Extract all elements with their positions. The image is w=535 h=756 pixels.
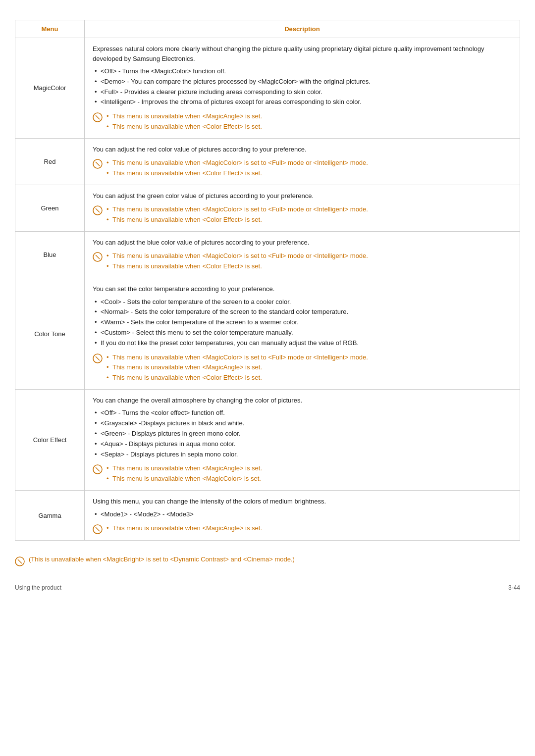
note-item: This menu is unavailable when <MagicAngl…: [106, 362, 368, 373]
note-item: This menu is unavailable when <Color Eff…: [106, 122, 262, 132]
menu-cell-magiccolor: MagicColor: [15, 38, 85, 139]
note-block: This menu is unavailable when <MagicAngl…: [93, 111, 512, 132]
note-item: This menu is unavailable when <MagicAngl…: [106, 523, 262, 534]
list-item: <Mode1> - <Mode2> - <Mode3>: [93, 509, 512, 520]
list-item: <Full> - Provides a clearer picture incl…: [93, 87, 512, 98]
menu-cell-gamma: Gamma: [15, 491, 85, 541]
note-block: This menu is unavailable when <MagicColo…: [93, 204, 512, 225]
desc-cell-blue: You can adjust the blue color value of p…: [85, 231, 520, 278]
note-icon: [93, 353, 103, 363]
svg-line-5: [96, 208, 100, 212]
note-block: This menu is unavailable when <MagicAngl…: [93, 463, 512, 484]
table-row: MagicColorExpresses natural colors more …: [15, 38, 520, 139]
desc-cell-magiccolor: Expresses natural colors more clearly wi…: [85, 38, 520, 139]
list-item: <Custom> - Select this menu to set the c…: [93, 328, 512, 338]
note-item: This menu is unavailable when <MagicColo…: [106, 353, 368, 363]
bullet-list: <Mode1> - <Mode2> - <Mode3>: [93, 509, 512, 520]
page-wrapper: Menu Description MagicColorExpresses nat…: [15, 20, 520, 591]
note-icon: [93, 112, 103, 122]
note-list: This menu is unavailable when <MagicColo…: [106, 251, 368, 272]
list-item: <Warm> - Sets the color temperature of t…: [93, 317, 512, 328]
note-item: This menu is unavailable when <Color Eff…: [106, 215, 368, 225]
note-icon: [93, 205, 103, 215]
list-item: <Sepia> - Displays pictures in sepia mon…: [93, 450, 512, 460]
note-list: This menu is unavailable when <MagicColo…: [106, 158, 368, 179]
desc-cell-gamma: Using this menu, you can change the inte…: [85, 491, 520, 541]
note-block: This menu is unavailable when <MagicColo…: [93, 158, 512, 179]
note-item: This menu is unavailable when <MagicColo…: [106, 251, 368, 261]
note-item: This menu is unavailable when <Color Eff…: [106, 261, 368, 272]
list-item: <Cool> - Sets the color temperature of t…: [93, 297, 512, 307]
note-icon: [93, 252, 103, 262]
note-icon: [93, 464, 103, 474]
desc-intro: You can adjust the blue color value of p…: [93, 238, 512, 248]
list-item: <Aqua> - Displays pictures in aqua mono …: [93, 439, 512, 450]
page-label: Using the product: [15, 584, 61, 591]
list-item: <Demo> - You can compare the pictures pr…: [93, 77, 512, 87]
desc-intro: Using this menu, you can change the inte…: [93, 497, 512, 506]
desc-cell-color-tone: You can set the color temperature accord…: [85, 278, 520, 390]
note-item: This menu is unavailable when <MagicColo…: [106, 474, 262, 484]
menu-cell-color-effect: Color Effect: [15, 389, 85, 490]
desc-intro: Expresses natural colors more clearly wi…: [93, 44, 512, 63]
note-item: This menu is unavailable when <MagicColo…: [106, 158, 368, 168]
note-block: This menu is unavailable when <MagicColo…: [93, 251, 512, 272]
note-icon: [93, 524, 103, 534]
desc-intro: You can set the color temperature accord…: [93, 284, 512, 294]
footer-note-icon: [15, 556, 25, 566]
table-row: GammaUsing this menu, you can change the…: [15, 491, 520, 541]
bullet-list: <Cool> - Sets the color temperature of t…: [93, 297, 512, 349]
note-item: This menu is unavailable when <MagicAngl…: [106, 463, 262, 474]
table-row: Color ToneYou can set the color temperat…: [15, 278, 520, 390]
svg-line-11: [96, 467, 100, 471]
note-block: This menu is unavailable when <MagicColo…: [93, 353, 512, 383]
desc-intro: You can change the overall atmosphere by…: [93, 396, 512, 405]
note-list: This menu is unavailable when <MagicAngl…: [106, 111, 262, 132]
svg-line-3: [96, 162, 100, 166]
note-icon: [93, 159, 103, 169]
note-list: This menu is unavailable when <MagicColo…: [106, 204, 368, 225]
col-menu-header: Menu: [15, 20, 85, 38]
desc-intro: You can adjust the green color value of …: [93, 191, 512, 201]
note-item: This menu is unavailable when <MagicColo…: [106, 204, 368, 215]
list-item: <Green> - Displays pictures in green mon…: [93, 429, 512, 439]
bullet-list: <Off> - Turns the <MagicColor> function …: [93, 66, 512, 107]
footer-note-block: (This is unavailable when <MagicBright> …: [15, 555, 520, 566]
bullet-list: <Off> - Turns the <color effect> functio…: [93, 408, 512, 459]
menu-cell-green: Green: [15, 185, 85, 231]
svg-line-13: [96, 527, 100, 531]
note-item: This menu is unavailable when <MagicAngl…: [106, 111, 262, 122]
desc-cell-red: You can adjust the red color value of pi…: [85, 138, 520, 185]
note-list: This menu is unavailable when <MagicAngl…: [106, 523, 262, 534]
note-list: This menu is unavailable when <MagicAngl…: [106, 463, 262, 484]
note-item: This menu is unavailable when <Color Eff…: [106, 168, 368, 179]
table-row: GreenYou can adjust the green color valu…: [15, 185, 520, 231]
svg-line-7: [96, 255, 100, 259]
list-item: If you do not like the preset color temp…: [93, 338, 512, 349]
svg-line-15: [18, 559, 22, 563]
desc-cell-green: You can adjust the green color value of …: [85, 185, 520, 231]
list-item: <Intelligent> - Improves the chroma of p…: [93, 97, 512, 107]
menu-cell-color-tone: Color Tone: [15, 278, 85, 390]
footer-note-text: (This is unavailable when <MagicBright> …: [29, 555, 295, 563]
note-item: This menu is unavailable when <Color Eff…: [106, 373, 368, 383]
list-item: <Off> - Turns the <color effect> functio…: [93, 408, 512, 418]
table-row: Color EffectYou can change the overall a…: [15, 389, 520, 490]
svg-line-1: [96, 115, 100, 119]
menu-cell-red: Red: [15, 138, 85, 185]
list-item: <Off> - Turns the <MagicColor> function …: [93, 66, 512, 77]
main-table: Menu Description MagicColorExpresses nat…: [15, 20, 520, 541]
desc-intro: You can adjust the red color value of pi…: [93, 145, 512, 154]
page-footer: Using the product 3-44: [15, 581, 520, 591]
svg-line-9: [96, 356, 100, 360]
note-list: This menu is unavailable when <MagicColo…: [106, 353, 368, 383]
note-block: This menu is unavailable when <MagicAngl…: [93, 523, 512, 534]
table-row: RedYou can adjust the red color value of…: [15, 138, 520, 185]
col-desc-header: Description: [85, 20, 520, 38]
desc-cell-color-effect: You can change the overall atmosphere by…: [85, 389, 520, 490]
menu-cell-blue: Blue: [15, 231, 85, 278]
list-item: <Grayscale> -Displays pictures in black …: [93, 418, 512, 429]
page-number: 3-44: [508, 584, 520, 591]
table-row: BlueYou can adjust the blue color value …: [15, 231, 520, 278]
list-item: <Normal> - Sets the color temperature of…: [93, 307, 512, 317]
